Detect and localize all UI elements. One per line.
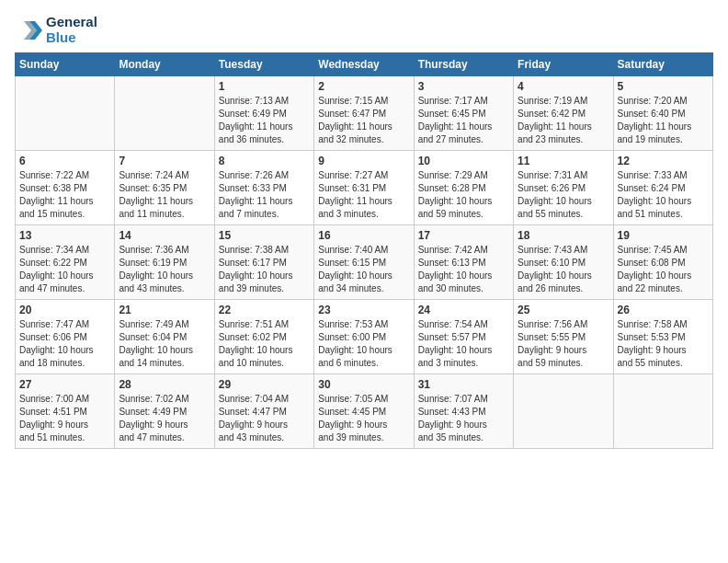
- day-number: 12: [618, 155, 709, 167]
- calendar-cell: 23Sunrise: 7:53 AM Sunset: 6:00 PM Dayli…: [314, 300, 414, 374]
- day-number: 30: [318, 378, 409, 391]
- calendar-week-4: 20Sunrise: 7:47 AM Sunset: 6:06 PM Dayli…: [16, 300, 713, 374]
- logo-icon: [15, 17, 42, 44]
- calendar-cell: 15Sunrise: 7:38 AM Sunset: 6:17 PM Dayli…: [214, 225, 313, 300]
- cell-data: Sunrise: 7:22 AM Sunset: 6:38 PM Dayligh…: [19, 169, 110, 221]
- calendar-cell: 13Sunrise: 7:34 AM Sunset: 6:22 PM Dayli…: [16, 225, 115, 300]
- cell-data: Sunrise: 7:54 AM Sunset: 5:57 PM Dayligh…: [418, 318, 509, 370]
- day-number: 20: [19, 304, 110, 316]
- calendar-cell: 11Sunrise: 7:31 AM Sunset: 6:26 PM Dayli…: [514, 151, 613, 225]
- cell-data: Sunrise: 7:20 AM Sunset: 6:40 PM Dayligh…: [618, 95, 709, 146]
- calendar-cell: 28Sunrise: 7:02 AM Sunset: 4:49 PM Dayli…: [115, 374, 214, 449]
- calendar-week-2: 6Sunrise: 7:22 AM Sunset: 6:38 PM Daylig…: [16, 151, 713, 225]
- cell-data: Sunrise: 7:26 AM Sunset: 6:33 PM Dayligh…: [219, 169, 310, 221]
- cell-data: Sunrise: 7:04 AM Sunset: 4:47 PM Dayligh…: [219, 393, 310, 444]
- cell-data: Sunrise: 7:05 AM Sunset: 4:45 PM Dayligh…: [318, 393, 409, 444]
- calendar-cell: 14Sunrise: 7:36 AM Sunset: 6:19 PM Dayli…: [115, 225, 214, 300]
- cell-data: Sunrise: 7:19 AM Sunset: 6:42 PM Dayligh…: [518, 95, 609, 146]
- calendar-cell: 4Sunrise: 7:19 AM Sunset: 6:42 PM Daylig…: [514, 76, 613, 151]
- day-number: 31: [418, 378, 509, 391]
- calendar-cell: 9Sunrise: 7:27 AM Sunset: 6:31 PM Daylig…: [314, 151, 414, 225]
- calendar-cell: 17Sunrise: 7:42 AM Sunset: 6:13 PM Dayli…: [414, 225, 513, 300]
- calendar-cell: 24Sunrise: 7:54 AM Sunset: 5:57 PM Dayli…: [414, 300, 513, 374]
- cell-data: Sunrise: 7:17 AM Sunset: 6:45 PM Dayligh…: [418, 95, 509, 146]
- cell-data: Sunrise: 7:36 AM Sunset: 6:19 PM Dayligh…: [119, 244, 210, 295]
- cell-data: Sunrise: 7:07 AM Sunset: 4:43 PM Dayligh…: [418, 393, 509, 444]
- calendar-cell: 12Sunrise: 7:33 AM Sunset: 6:24 PM Dayli…: [613, 151, 712, 225]
- cell-data: Sunrise: 7:40 AM Sunset: 6:15 PM Dayligh…: [318, 244, 409, 295]
- day-number: 5: [618, 80, 709, 93]
- calendar-cell: [514, 374, 613, 449]
- day-number: 15: [219, 229, 310, 242]
- cell-data: Sunrise: 7:13 AM Sunset: 6:49 PM Dayligh…: [219, 95, 310, 146]
- col-header-thursday: Thursday: [414, 53, 513, 76]
- day-number: 28: [119, 378, 210, 391]
- calendar-cell: 30Sunrise: 7:05 AM Sunset: 4:45 PM Dayli…: [314, 374, 414, 449]
- calendar-cell: 5Sunrise: 7:20 AM Sunset: 6:40 PM Daylig…: [613, 76, 712, 151]
- calendar-cell: 16Sunrise: 7:40 AM Sunset: 6:15 PM Dayli…: [314, 225, 414, 300]
- calendar-cell: 29Sunrise: 7:04 AM Sunset: 4:47 PM Dayli…: [214, 374, 313, 449]
- calendar-cell: 10Sunrise: 7:29 AM Sunset: 6:28 PM Dayli…: [414, 151, 513, 225]
- day-number: 22: [219, 304, 310, 316]
- day-number: 2: [318, 80, 409, 93]
- day-number: 23: [318, 304, 409, 316]
- day-number: 13: [19, 229, 110, 242]
- cell-data: Sunrise: 7:58 AM Sunset: 5:53 PM Dayligh…: [618, 318, 709, 370]
- day-number: 14: [119, 229, 210, 242]
- calendar-table: SundayMondayTuesdayWednesdayThursdayFrid…: [15, 52, 713, 449]
- calendar-week-1: 1Sunrise: 7:13 AM Sunset: 6:49 PM Daylig…: [16, 76, 713, 151]
- cell-data: Sunrise: 7:00 AM Sunset: 4:51 PM Dayligh…: [19, 393, 110, 444]
- day-number: 1: [219, 80, 310, 93]
- calendar-week-3: 13Sunrise: 7:34 AM Sunset: 6:22 PM Dayli…: [16, 225, 713, 300]
- cell-data: Sunrise: 7:27 AM Sunset: 6:31 PM Dayligh…: [318, 169, 409, 221]
- day-number: 4: [518, 80, 609, 93]
- calendar-cell: 3Sunrise: 7:17 AM Sunset: 6:45 PM Daylig…: [414, 76, 513, 151]
- day-number: 18: [518, 229, 609, 242]
- day-number: 19: [618, 229, 709, 242]
- cell-data: Sunrise: 7:42 AM Sunset: 6:13 PM Dayligh…: [418, 244, 509, 295]
- cell-data: Sunrise: 7:43 AM Sunset: 6:10 PM Dayligh…: [518, 244, 609, 295]
- day-number: 6: [19, 155, 110, 167]
- calendar-cell: 6Sunrise: 7:22 AM Sunset: 6:38 PM Daylig…: [16, 151, 115, 225]
- day-number: 7: [119, 155, 210, 167]
- cell-data: Sunrise: 7:51 AM Sunset: 6:02 PM Dayligh…: [219, 318, 310, 370]
- calendar-header-row: SundayMondayTuesdayWednesdayThursdayFrid…: [16, 53, 713, 76]
- cell-data: Sunrise: 7:47 AM Sunset: 6:06 PM Dayligh…: [19, 318, 110, 370]
- cell-data: Sunrise: 7:31 AM Sunset: 6:26 PM Dayligh…: [518, 169, 609, 221]
- cell-data: Sunrise: 7:02 AM Sunset: 4:49 PM Dayligh…: [119, 393, 210, 444]
- day-number: 26: [618, 304, 709, 316]
- day-number: 9: [318, 155, 409, 167]
- calendar-cell: [16, 76, 115, 151]
- calendar-cell: 7Sunrise: 7:24 AM Sunset: 6:35 PM Daylig…: [115, 151, 214, 225]
- calendar-cell: [115, 76, 214, 151]
- col-header-friday: Friday: [514, 53, 613, 76]
- calendar-cell: [613, 374, 712, 449]
- calendar-cell: 2Sunrise: 7:15 AM Sunset: 6:47 PM Daylig…: [314, 76, 414, 151]
- calendar-cell: 8Sunrise: 7:26 AM Sunset: 6:33 PM Daylig…: [214, 151, 313, 225]
- calendar-week-5: 27Sunrise: 7:00 AM Sunset: 4:51 PM Dayli…: [16, 374, 713, 449]
- col-header-tuesday: Tuesday: [214, 53, 313, 76]
- logo-line1: General: [46, 15, 97, 30]
- page-header: General Blue: [15, 15, 713, 45]
- cell-data: Sunrise: 7:24 AM Sunset: 6:35 PM Dayligh…: [119, 169, 210, 221]
- day-number: 25: [518, 304, 609, 316]
- cell-data: Sunrise: 7:33 AM Sunset: 6:24 PM Dayligh…: [618, 169, 709, 221]
- logo-line2: Blue: [46, 30, 97, 46]
- col-header-wednesday: Wednesday: [314, 53, 414, 76]
- cell-data: Sunrise: 7:15 AM Sunset: 6:47 PM Dayligh…: [318, 95, 409, 146]
- logo-text: General Blue: [15, 15, 97, 45]
- day-number: 16: [318, 229, 409, 242]
- day-number: 29: [219, 378, 310, 391]
- cell-data: Sunrise: 7:34 AM Sunset: 6:22 PM Dayligh…: [19, 244, 110, 295]
- day-number: 27: [19, 378, 110, 391]
- logo: General Blue: [15, 15, 97, 45]
- cell-data: Sunrise: 7:38 AM Sunset: 6:17 PM Dayligh…: [219, 244, 310, 295]
- col-header-sunday: Sunday: [16, 53, 115, 76]
- cell-data: Sunrise: 7:29 AM Sunset: 6:28 PM Dayligh…: [418, 169, 509, 221]
- calendar-cell: 21Sunrise: 7:49 AM Sunset: 6:04 PM Dayli…: [115, 300, 214, 374]
- calendar-cell: 31Sunrise: 7:07 AM Sunset: 4:43 PM Dayli…: [414, 374, 513, 449]
- calendar-cell: 19Sunrise: 7:45 AM Sunset: 6:08 PM Dayli…: [613, 225, 712, 300]
- cell-data: Sunrise: 7:56 AM Sunset: 5:55 PM Dayligh…: [518, 318, 609, 370]
- calendar-cell: 20Sunrise: 7:47 AM Sunset: 6:06 PM Dayli…: [16, 300, 115, 374]
- day-number: 21: [119, 304, 210, 316]
